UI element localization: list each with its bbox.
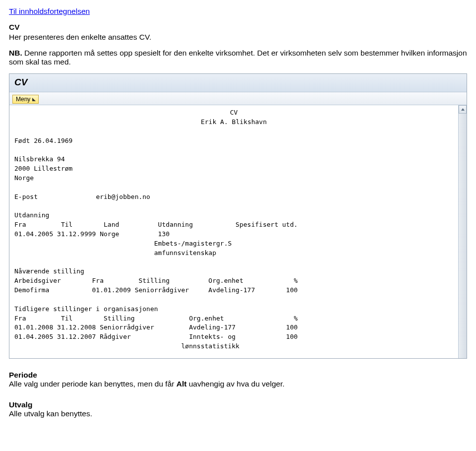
nb-label: NB.: [9, 49, 22, 57]
cv-name: Erik A. Blikshavn: [14, 118, 453, 127]
nb-line: NB. Denne rapporten må settes opp spesie…: [9, 49, 467, 66]
cv-cur-cols: Arbeidsgiver Fra Stilling Org.enhet %: [14, 277, 298, 284]
cv-prev-row3: lønnsstatistikk: [14, 342, 239, 350]
chevron-up-icon: [461, 108, 465, 111]
intro-line: Her presenteres den enkelte ansattes CV.: [9, 33, 467, 42]
cv-email-label: E-post: [14, 193, 38, 200]
scrollbar-track[interactable]: [459, 114, 467, 358]
app-window: CV Meny CVErik A. Blikshavn Født 26.04.1…: [9, 73, 467, 359]
nb-text: Denne rapporten må settes opp spesielt f…: [9, 49, 467, 66]
utvalg-text: Alle utvalg kan benyttes.: [9, 409, 467, 418]
periode-text-a: Alle valg under periode kan benyttes, me…: [9, 380, 177, 388]
cv-addr3: Norge: [14, 174, 34, 182]
utvalg-heading: Utvalg: [9, 400, 467, 409]
cv-prev-row2: 01.04.2005 31.12.2007 Rådgiver Inntekts-…: [14, 333, 298, 340]
meny-button-label: Meny: [16, 96, 30, 103]
cv-born: Født 26.04.1969: [14, 137, 72, 144]
cv-prev-row1: 01.01.2008 31.12.2008 Seniorrådgiver Avd…: [14, 323, 298, 331]
content-area: CVErik A. Blikshavn Født 26.04.1969 Nils…: [9, 105, 458, 358]
periode-text-bold: Alt: [177, 380, 187, 388]
periode-heading: Periode: [9, 371, 467, 380]
meny-button[interactable]: Meny: [12, 95, 39, 104]
cv-edu-heading: Utdanning: [14, 211, 49, 219]
cv-edu-row3: amfunnsvitenskap: [14, 249, 216, 257]
menu-arrow-icon: [32, 98, 36, 101]
cv-addr2: 2000 Lillestrøm: [14, 165, 72, 172]
window-title: CV: [14, 77, 27, 87]
cv-cur-row: Demofirma 01.01.2009 Seniorrådgiver Avde…: [14, 286, 298, 294]
toc-link[interactable]: Til innholdsfortegnelsen: [9, 7, 90, 15]
cv-edu-row2: Embets-/magistergr.S: [14, 240, 232, 247]
scroll-up-button[interactable]: [459, 105, 467, 114]
cv-addr1: Nilsbrekka 94: [14, 155, 65, 163]
svg-marker-0: [32, 98, 36, 101]
section-title: CV: [9, 23, 467, 32]
periode-text: Alle valg under periode kan benyttes, me…: [9, 380, 467, 388]
cv-email-value: erib@jobben.no: [96, 193, 150, 200]
content-wrap: CVErik A. Blikshavn Født 26.04.1969 Nils…: [9, 105, 467, 358]
toolbar: Meny: [9, 92, 467, 105]
cv-edu-cols: Fra Til Land Utdanning Spesifisert utd.: [14, 221, 298, 228]
periode-text-c: uavhengig av hva du velger.: [186, 380, 284, 388]
svg-marker-1: [461, 108, 465, 111]
cv-edu-row1: 01.04.2005 31.12.9999 Norge 130: [14, 230, 170, 238]
scrollbar[interactable]: [458, 105, 467, 358]
cv-cur-heading: Nåværende stilling: [14, 267, 84, 275]
app-titlebar: CV: [9, 74, 467, 92]
cv-header-title: CV: [14, 108, 453, 118]
cv-prev-cols: Fra Til Stilling Org.enhet %: [14, 315, 298, 322]
cv-prev-heading: Tidligere stillinger i organisasjonen: [14, 305, 158, 313]
